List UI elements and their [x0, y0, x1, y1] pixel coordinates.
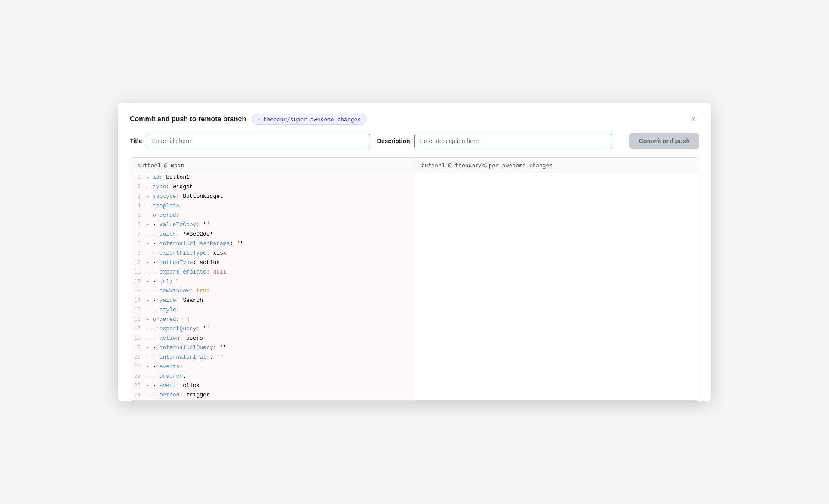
line-number: 13	[130, 287, 146, 295]
line-sign: -	[146, 287, 153, 296]
line-number: 4	[130, 202, 146, 210]
line-content: - event: click	[153, 381, 414, 390]
line-sign: -	[146, 173, 153, 182]
description-field: Description	[377, 134, 612, 148]
line-sign: -	[146, 344, 153, 353]
table-row: 5 - ordered:	[130, 211, 414, 221]
line-sign: -	[146, 183, 153, 192]
diff-right-header: button1 @ theodor/super-awesome-changes	[414, 158, 699, 173]
line-number: 8	[130, 240, 146, 248]
line-number: 20	[130, 353, 146, 362]
line-content: - url: ''	[153, 277, 414, 286]
table-row: 16 - ordered: []	[130, 315, 414, 325]
code-lines-left: 1 - id: button1 2 - type: widget 3 - sub…	[130, 173, 414, 400]
line-number: 10	[130, 259, 146, 267]
modal-header: Commit and push to remote branch ⑂ theod…	[130, 114, 699, 125]
line-content: - events:	[153, 363, 414, 372]
line-number: 12	[130, 278, 146, 286]
line-sign: -	[146, 268, 153, 277]
line-sign: -	[146, 306, 153, 315]
line-content: - color: '#3c92dc'	[153, 230, 414, 239]
title-row: Commit and push to remote branch ⑂ theod…	[130, 114, 366, 125]
table-row: 20 - - internalUrlPath: ''	[130, 353, 414, 363]
line-sign: -	[146, 334, 153, 343]
line-sign: -	[146, 296, 153, 305]
diff-container: button1 @ main button1 @ theodor/super-a…	[130, 157, 699, 401]
line-sign: -	[146, 249, 153, 258]
table-row: 6 - - valueToCopy: ''	[130, 221, 414, 230]
line-number: 7	[130, 230, 146, 239]
line-content: - exportTemplate: null	[153, 268, 414, 277]
diff-right-panel	[414, 173, 699, 400]
line-content: - newWindow: true	[153, 287, 414, 296]
branch-name: theodor/super-awesome-changes	[263, 116, 361, 123]
commit-modal: Commit and push to remote branch ⑂ theod…	[118, 103, 711, 401]
line-content: - valueToCopy: ''	[153, 221, 414, 230]
line-sign: -	[146, 381, 153, 390]
line-content: type: widget	[153, 183, 414, 192]
line-number: 6	[130, 221, 146, 229]
line-sign: -	[146, 391, 153, 400]
table-row: 7 - - color: '#3c92dc'	[130, 230, 414, 240]
line-number: 2	[130, 183, 146, 191]
line-content: - exportQuery: ''	[153, 325, 414, 334]
table-row: 23 - - event: click	[130, 381, 414, 391]
table-row: 11 - - exportTemplate: null	[130, 268, 414, 277]
line-content: ordered:	[153, 211, 414, 220]
line-number: 9	[130, 249, 146, 258]
title-input[interactable]	[147, 134, 370, 148]
line-content: - method: trigger	[153, 391, 414, 400]
line-sign: -	[146, 372, 153, 381]
table-row: 10 - - buttonType: action	[130, 258, 414, 268]
diff-left-header: button1 @ main	[130, 158, 414, 173]
line-sign: -	[146, 230, 153, 239]
table-row: 3 - subtype: ButtonWidget	[130, 192, 414, 202]
table-row: 13 - - newWindow: true	[130, 287, 414, 296]
modal-title: Commit and push to remote branch	[130, 115, 246, 123]
branch-icon: ⑂	[258, 116, 261, 122]
title-label: Title	[130, 138, 142, 144]
line-sign: -	[146, 325, 153, 334]
line-sign: -	[146, 240, 153, 249]
line-content: subtype: ButtonWidget	[153, 192, 414, 201]
line-content: - internalUrlHashParams: ''	[153, 240, 414, 249]
line-number: 14	[130, 297, 146, 305]
line-content: - exportFileType: xlsx	[153, 249, 414, 258]
table-row: 12 - - url: ''	[130, 277, 414, 287]
line-content: - action: users	[153, 334, 414, 343]
line-content: - internalUrlPath: ''	[153, 353, 414, 362]
branch-badge[interactable]: ⑂ theodor/super-awesome-changes	[252, 114, 366, 125]
line-sign: -	[146, 315, 153, 324]
table-row: 21 - - events:	[130, 363, 414, 372]
table-row: 9 - - exportFileType: xlsx	[130, 249, 414, 258]
table-row: 14 - - value: Search	[130, 296, 414, 306]
table-row: 2 - type: widget	[130, 183, 414, 192]
line-sign: -	[146, 221, 153, 230]
close-button[interactable]: ×	[688, 114, 699, 125]
line-sign: -	[146, 353, 153, 362]
line-content: template:	[153, 202, 414, 211]
line-number: 11	[130, 268, 146, 277]
line-content: ordered: []	[153, 315, 414, 324]
line-number: 17	[130, 325, 146, 333]
table-row: 22 - - ordered:	[130, 372, 414, 381]
line-number: 1	[130, 174, 146, 182]
commit-push-button[interactable]: Commit and push	[629, 133, 699, 149]
description-input[interactable]	[414, 134, 612, 148]
line-number: 22	[130, 372, 146, 381]
table-row: 18 - - action: users	[130, 334, 414, 344]
line-sign: -	[146, 258, 153, 267]
diff-left-panel: 1 - id: button1 2 - type: widget 3 - sub…	[130, 173, 414, 400]
table-row: 8 - - internalUrlHashParams: ''	[130, 240, 414, 249]
line-number: 24	[130, 391, 146, 400]
line-number: 21	[130, 363, 146, 371]
line-content: id: button1	[153, 173, 414, 182]
line-content: - buttonType: action	[153, 258, 414, 267]
line-number: 5	[130, 212, 146, 220]
line-content: - value: Search	[153, 296, 414, 305]
line-number: 16	[130, 316, 146, 324]
line-number: 3	[130, 193, 146, 201]
line-number: 23	[130, 382, 146, 390]
line-content: - ordered:	[153, 372, 414, 381]
table-row: 19 - - internalUrlQuery: ''	[130, 344, 414, 353]
